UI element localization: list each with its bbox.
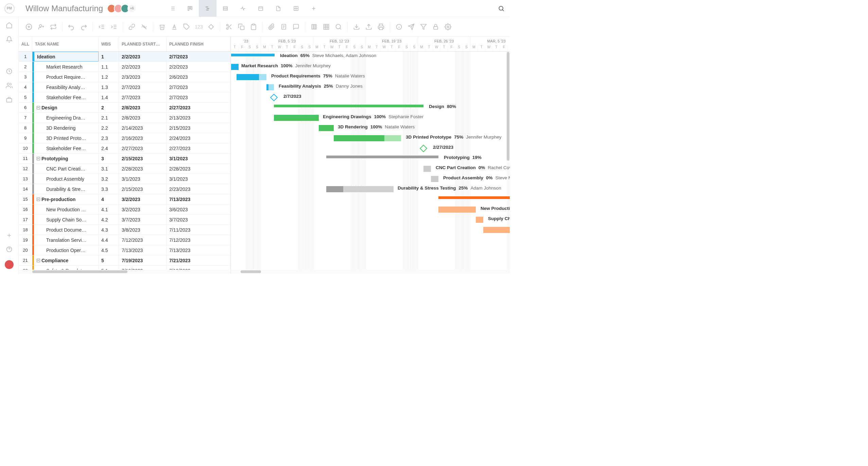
start-cell[interactable]: 7/19/2023 [119, 255, 167, 265]
indent-icon[interactable] [108, 21, 119, 32]
bell-icon[interactable] [6, 36, 13, 43]
wbs-cell[interactable]: 3 [99, 154, 119, 163]
task-name-cell[interactable]: Engineering Dra… [32, 113, 99, 123]
gantt-row[interactable]: Ideation65%Steve Michaels, Adam Johnson [231, 52, 510, 62]
wbs-cell[interactable]: 4.3 [99, 225, 119, 235]
table-row[interactable]: 15 −Pre-production 4 3/2/2023 7/13/2023 [19, 194, 230, 204]
finish-cell[interactable]: 3/6/2023 [167, 204, 230, 214]
finish-cell[interactable]: 2/2/2023 [167, 62, 230, 72]
task-name-cell[interactable]: Durability & Stre… [32, 184, 99, 194]
gantt-row[interactable]: Supply Chain [231, 215, 510, 225]
gantt-task-bar[interactable] [483, 227, 510, 233]
attach-icon[interactable] [266, 21, 277, 32]
start-cell[interactable]: 2/14/2023 [119, 123, 167, 133]
wbs-cell[interactable]: 4.5 [99, 245, 119, 255]
wbs-cell[interactable]: 4.1 [99, 204, 119, 214]
wbs-cell[interactable]: 4.2 [99, 215, 119, 225]
table-row[interactable]: 13 Product Assembly 3.2 3/1/2023 3/1/202… [19, 174, 230, 184]
table-row[interactable]: 9 3D Printed Proto… 2.3 2/16/2023 2/24/2… [19, 133, 230, 143]
columns-icon[interactable] [309, 21, 319, 32]
finish-cell[interactable]: 3/1/2023 [167, 174, 230, 184]
text-color-icon[interactable] [169, 21, 180, 32]
gantt-row[interactable]: Product Requirements75%Natalie Waters [231, 72, 510, 82]
gantt-row[interactable]: Engineering Drawings100%Stephanie Foster [231, 113, 510, 123]
gantt-summary-bar[interactable] [231, 54, 275, 56]
gantt-task-bar[interactable] [431, 176, 438, 182]
gantt-summary-bar[interactable] [438, 196, 510, 199]
wbs-cell[interactable]: 1.1 [99, 62, 119, 72]
gantt-row[interactable]: 3D Rendering100%Natalie Waters [231, 123, 510, 133]
start-cell[interactable]: 2/8/2023 [119, 113, 167, 123]
table-row[interactable]: 11 −Prototyping 3 2/15/2023 3/1/2023 [19, 154, 230, 164]
task-name-cell[interactable]: Stakeholder Fee… [32, 143, 99, 153]
task-name-cell[interactable]: Supply Chain So… [32, 215, 99, 225]
tag-icon[interactable] [181, 21, 192, 32]
add-user-icon[interactable] [36, 21, 47, 32]
finish-cell[interactable]: 3/7/2023 [167, 215, 230, 225]
start-cell[interactable]: 2/15/2023 [119, 154, 167, 163]
finish-cell[interactable]: 2/28/2023 [167, 164, 230, 174]
gantt-row[interactable] [231, 255, 510, 266]
cut-icon[interactable] [224, 21, 235, 32]
finish-cell[interactable]: 2/15/2023 [167, 123, 230, 133]
trash-icon[interactable] [157, 21, 168, 32]
gantt-row[interactable]: Product Assembly0%Steve Mi [231, 174, 510, 184]
send-icon[interactable] [406, 21, 417, 32]
task-name-cell[interactable]: −Pre-production [32, 194, 99, 204]
finish-cell[interactable]: 7/11/2023 [167, 225, 230, 235]
finish-cell[interactable]: 2/27/2023 [167, 103, 230, 112]
wbs-cell[interactable]: 1.4 [99, 92, 119, 102]
finish-cell[interactable]: 7/21/2023 [167, 255, 230, 265]
task-name-cell[interactable]: 3D Printed Proto… [32, 133, 99, 143]
view-board-icon[interactable] [181, 0, 199, 17]
comment-icon[interactable] [291, 21, 301, 32]
col-task-name[interactable]: TASK NAME [32, 37, 99, 51]
gantt-milestone[interactable] [420, 145, 428, 153]
finish-cell[interactable]: 2/27/2023 [167, 143, 230, 153]
gantt-row[interactable] [231, 194, 510, 204]
wbs-cell[interactable]: 2.3 [99, 133, 119, 143]
gantt-task-bar[interactable] [237, 74, 266, 80]
wbs-cell[interactable]: 4.4 [99, 235, 119, 245]
start-cell[interactable]: 2/2/2023 [119, 62, 167, 72]
wbs-cell[interactable]: 3.1 [99, 164, 119, 174]
view-dashboard-icon[interactable] [287, 0, 305, 17]
table-row[interactable]: 2 Market Research 1.1 2/2/2023 2/2/2023 [19, 62, 230, 72]
finish-cell[interactable]: 7/19/2023 [167, 266, 230, 270]
gantt-row[interactable] [231, 235, 510, 245]
start-cell[interactable]: 2/3/2023 [119, 72, 167, 82]
gantt-row[interactable]: New Production [231, 204, 510, 215]
app-logo[interactable]: PM [4, 3, 15, 14]
grid-body[interactable]: 1 Ideation 1 2/2/2023 2/7/2023 2 Market … [19, 52, 230, 270]
wbs-cell[interactable]: 1 [99, 52, 119, 61]
gantt-row[interactable] [231, 266, 510, 270]
task-name-cell[interactable]: Production Oper… [32, 245, 99, 255]
table-row[interactable]: 10 Stakeholder Fee… 2.4 2/27/2023 2/27/2… [19, 143, 230, 154]
task-name-cell[interactable]: Safety & Regulat… [32, 266, 99, 270]
wbs-cell[interactable]: 5 [99, 255, 119, 265]
table-row[interactable]: 4 Feasibility Analy… 1.3 2/7/2023 2/7/20… [19, 82, 230, 92]
paste-icon[interactable] [248, 21, 259, 32]
clock-icon[interactable] [6, 68, 13, 75]
finish-cell[interactable]: 3/1/2023 [167, 154, 230, 163]
start-cell[interactable]: 3/8/2023 [119, 225, 167, 235]
gantt-task-bar[interactable] [334, 135, 401, 141]
col-planned-finish[interactable]: PLANNED FINISH [167, 37, 230, 51]
table-row[interactable]: 1 Ideation 1 2/2/2023 2/7/2023 [19, 52, 230, 62]
task-name-cell[interactable]: Product Require… [32, 72, 99, 82]
gantt-row[interactable] [231, 225, 510, 235]
task-name-cell[interactable]: New Production … [32, 204, 99, 214]
table-row[interactable]: 5 Stakeholder Fee… 1.4 2/7/2023 2/7/2023 [19, 92, 230, 103]
start-cell[interactable]: 2/2/2023 [119, 52, 167, 61]
table-row[interactable]: 3 Product Require… 1.2 2/3/2023 2/6/2023 [19, 72, 230, 82]
start-cell[interactable]: 2/15/2023 [119, 184, 167, 194]
task-name-cell[interactable]: −Compliance [32, 255, 99, 265]
col-planned-start[interactable]: PLANNED START… [119, 37, 167, 51]
grid-hscroll[interactable] [19, 270, 230, 274]
diamond-icon[interactable] [206, 21, 216, 32]
task-name-cell[interactable]: Ideation [32, 52, 99, 61]
zoom-icon[interactable] [333, 21, 344, 32]
unlink-icon[interactable] [139, 21, 150, 32]
col-all[interactable]: ALL [19, 37, 32, 51]
start-cell[interactable]: 2/16/2023 [119, 133, 167, 143]
